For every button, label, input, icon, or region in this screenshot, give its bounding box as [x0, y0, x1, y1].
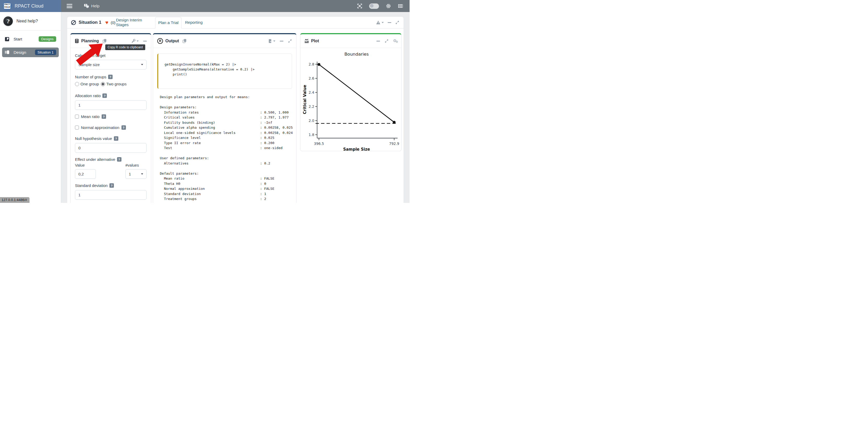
mean-ratio-checkbox[interactable] [75, 114, 79, 119]
tab-bar: Situation 1 ♥ (0) Design Interim Stages … [67, 17, 404, 29]
r-output-text: Design plan parameters and output for me… [160, 95, 292, 202]
radio-one-group[interactable] [75, 82, 79, 86]
copy-tooltip: Copy R code to clipboard [105, 44, 145, 50]
slash-circle-icon [71, 20, 76, 25]
dark-mode-toggle[interactable] [369, 3, 379, 9]
flipboard-icon [5, 37, 9, 41]
svg-text:?: ? [85, 4, 87, 6]
boundaries-chart: Boundaries1.82.02.22.42.62.8396.5792.9Sa… [303, 49, 400, 153]
expand-workspace-icon[interactable] [395, 20, 399, 25]
plot-card-header: Plot ⚙⚙ [300, 34, 401, 48]
situation-badge: Situation 1 [35, 49, 56, 55]
svg-text:792.9: 792.9 [389, 141, 399, 146]
wrench-icon [131, 39, 135, 43]
copy-icon [102, 39, 107, 43]
svg-text:2.0: 2.0 [309, 119, 314, 123]
sidebar-toggle-icon[interactable] [67, 4, 72, 8]
calculation-target-select[interactable]: Sample size [75, 60, 147, 69]
allocation-ratio-input[interactable] [75, 100, 147, 110]
navbar-right-icons [357, 3, 403, 9]
status-url: 127.0.0.1:4486/# [0, 197, 30, 203]
chevron-down-icon [141, 173, 143, 175]
standard-deviation-label: Standard deviation ? [75, 183, 147, 188]
calculation-target-label: Calculation target [75, 53, 147, 58]
sidebar-item-start[interactable]: Start Designs [2, 34, 59, 44]
situation-title: Situation 1 [79, 20, 101, 25]
null-hypothesis-input[interactable] [75, 143, 147, 153]
svg-text:2.2: 2.2 [309, 104, 314, 109]
favorite-heart-icon[interactable]: ♥ [105, 20, 108, 25]
help-menu[interactable]: ? Help [84, 4, 99, 8]
planning-form: Calculation target Sample size Number of… [70, 48, 151, 200]
planning-title: Planning [81, 39, 99, 43]
number-of-groups-label: Number of groups ? [75, 75, 147, 79]
effect-under-alternative-label: Effect under alternative ? [75, 157, 147, 162]
help-label: Help [91, 4, 99, 8]
collapse-output-icon[interactable] [280, 41, 283, 41]
planning-tools-dropdown[interactable] [131, 39, 139, 43]
tab-reporting[interactable]: Reporting [185, 17, 202, 28]
sidebar-item-label: Design [13, 50, 26, 55]
settings-gear-icon[interactable] [386, 3, 391, 9]
collapse-planning-icon[interactable] [143, 41, 147, 41]
plot-title: Plot [311, 39, 319, 43]
plot-card: Plot ⚙⚙ Boundaries1.82.02.22.42.62.8396.… [300, 33, 401, 151]
help-badge-icon[interactable]: ? [121, 125, 126, 130]
help-badge-icon[interactable]: ? [102, 114, 106, 119]
file-export-icon [268, 39, 272, 43]
collapse-plot-icon[interactable] [376, 41, 380, 41]
workspace-controls [376, 17, 399, 28]
normal-approximation-checkbox[interactable] [75, 126, 79, 130]
chart-icon [305, 39, 309, 43]
copy-output-button[interactable] [182, 39, 187, 43]
svg-text:2.6: 2.6 [309, 76, 314, 80]
chevron-down-icon [273, 40, 275, 42]
logo-text-top: PACT [4, 3, 10, 5]
need-help-link[interactable]: ? Need help? [0, 12, 61, 30]
sidebar-item-design[interactable]: Design Situation 1 [2, 47, 59, 57]
svg-text:2.4: 2.4 [309, 90, 314, 95]
question-mark-icon: ? [3, 16, 13, 26]
copy-icon [182, 39, 187, 43]
effect-inputs-row: 1 [75, 167, 147, 179]
copy-r-code-button[interactable] [102, 39, 107, 43]
help-chat-icon: ? [84, 4, 90, 8]
planning-card: Planning [70, 33, 151, 203]
chevron-down-icon [136, 40, 139, 42]
warnings-dropdown[interactable] [376, 20, 384, 25]
help-badge-icon[interactable]: ? [110, 183, 114, 188]
help-badge-icon[interactable]: ? [114, 136, 118, 141]
svg-text:Sample Size: Sample Size [343, 147, 370, 152]
situation-heading: Situation 1 ♥ (0) [71, 17, 116, 28]
chevron-down-icon [382, 22, 384, 23]
collapse-workspace-icon[interactable] [388, 22, 391, 23]
tab-plan-a-trial[interactable]: Plan a Trial [155, 17, 182, 29]
r-code-block: getDesignInverseNormal(kMax = 2) |> getS… [157, 54, 292, 89]
svg-text:Boundaries: Boundaries [344, 52, 369, 57]
tab-design-interim-stages[interactable]: Design Interim Stages [116, 17, 152, 28]
help-badge-icon[interactable]: ? [117, 157, 121, 162]
plot-settings-gears-icon[interactable]: ⚙⚙ [393, 38, 397, 43]
export-output-dropdown[interactable] [268, 39, 275, 43]
effect-num-values-select[interactable]: 1 [125, 169, 147, 179]
r-logo-icon: R [157, 38, 163, 44]
fullscreen-arrows-icon[interactable] [357, 3, 362, 9]
radio-two-groups[interactable] [101, 82, 105, 86]
effect-sub-labels: Value #values [75, 163, 147, 167]
help-badge-icon[interactable]: ? [102, 94, 107, 98]
grid-table-icon[interactable] [398, 4, 403, 8]
planning-header-controls [131, 39, 147, 43]
sidebar-divider [0, 30, 61, 31]
chevron-down-icon [141, 64, 143, 65]
standard-deviation-input[interactable] [75, 190, 147, 200]
help-badge-icon[interactable]: ? [108, 75, 113, 79]
app-title: RPACT Cloud [14, 3, 43, 9]
mean-ratio-row: Mean ratio ? [75, 114, 147, 119]
app-viewport: PACT Cloud RPACT Cloud ? Need help? Star… [0, 0, 410, 203]
sidebar: PACT Cloud RPACT Cloud ? Need help? Star… [0, 0, 61, 203]
output-header-controls [268, 39, 292, 43]
allocation-ratio-label: Allocation ratio ? [75, 94, 147, 98]
expand-plot-icon[interactable] [384, 39, 389, 43]
effect-value-input[interactable] [75, 169, 96, 179]
expand-output-icon[interactable] [288, 39, 292, 43]
